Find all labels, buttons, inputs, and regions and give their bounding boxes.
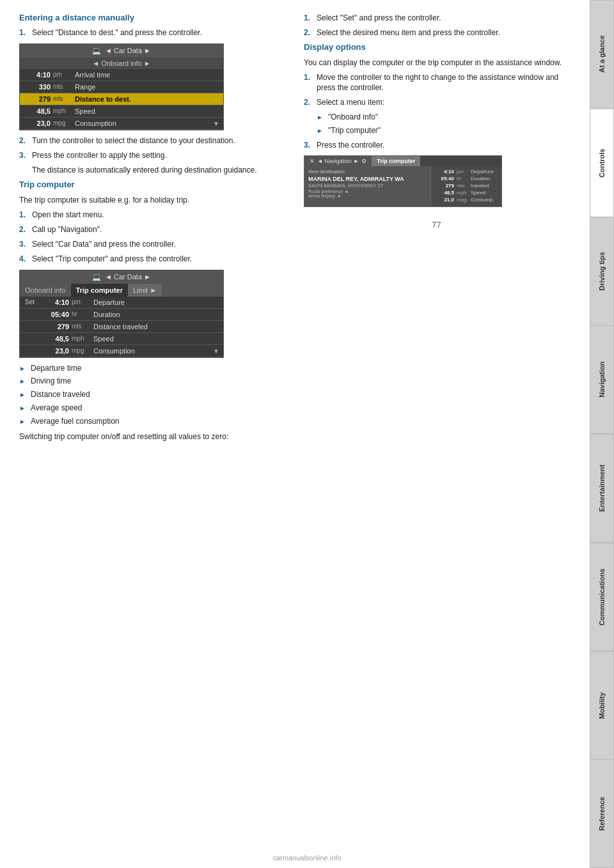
bullet-avg-speed: ► Average speed [19, 403, 285, 414]
nav-tab-navigation: ✕ ◄ Navigation ► ⚙ [304, 156, 372, 166]
display-intro: You can display the computer or the trip… [304, 57, 569, 68]
tab-limit[interactable]: Limit ► [128, 284, 162, 297]
trip-tabs: Onboard info Trip computer Limit ► [20, 284, 223, 297]
nav-data-traveled: 279 mls traveled [435, 183, 498, 189]
trip-step-text-2: Call up "Navigation". [32, 224, 102, 235]
trip-scroll-arrow-icon: ▼ [213, 348, 219, 355]
nav-route-pref: Route preference ◄ [308, 189, 427, 194]
display-step-num-3: 3. [304, 140, 313, 151]
submenu-onboard: ► "Onboard info" [317, 112, 569, 123]
bullet-departure: ► Departure time [19, 363, 285, 374]
car-data-header-1: 💻 ◄ Car Data ► [20, 44, 223, 58]
scroll-arrow-icon: ▼ [213, 120, 219, 127]
right-step-text-1: Select "Set" and press the controller. [317, 13, 441, 24]
trip-row-departure: Set 4:10 pm Departure [20, 297, 223, 309]
trip-row-consumption: 23,0 mpg Consumption ▼ [20, 345, 223, 357]
arrow-icon-5: ► [19, 417, 27, 426]
trip-computer-box: 💻 ◄ Car Data ► Onboard info Trip compute… [19, 270, 224, 358]
section-entering-distance: Entering a distance manually 1. Select "… [19, 13, 285, 176]
display-step-3: 3. Press the controller. [304, 140, 569, 151]
step-1: 1. Select "Distance to dest." and press … [19, 27, 285, 38]
steps-list-1: 1. Select "Distance to dest." and press … [19, 27, 285, 38]
sidebar-tab-driving-tips[interactable]: Driving tips [590, 217, 614, 326]
car-data-icon: 💻 [92, 47, 101, 55]
nav-data-speed: 48,5 mph Speed [435, 190, 498, 196]
trip-step-4: 4. Select "Trip computer" and press the … [19, 254, 285, 265]
car-data-row-arrival: 4:10 pm Arrival time [20, 69, 223, 81]
nav-x-icon: ✕ [310, 158, 315, 164]
step-num-1: 1. [19, 27, 28, 38]
bullet-driving: ► Driving time [19, 376, 285, 387]
tab-trip-computer[interactable]: Trip computer [71, 284, 128, 297]
step-text-3: Press the controller to apply the settin… [32, 150, 167, 161]
step-text-2: Turn the controller to select the distan… [32, 136, 235, 146]
tab-onboard-info[interactable]: Onboard info [20, 284, 71, 297]
nav-dest-name: MARINA DEL REY, ADMIRALTY WA [308, 176, 427, 182]
trip-step-num-1: 1. [19, 210, 28, 221]
trip-step-num-2: 2. [19, 224, 28, 235]
trip-steps-list: 1. Open the start menu. 2. Call up "Navi… [19, 210, 285, 264]
section-heading-trip: Trip computer [19, 180, 285, 189]
trip-step-1: 1. Open the start menu. [19, 210, 285, 221]
display-step-num-2: 2. [304, 97, 313, 108]
arrow-icon-2: ► [19, 377, 27, 386]
sidebar-tab-controls[interactable]: Controls [590, 109, 614, 217]
step-num-2: 2. [19, 136, 28, 146]
sidebar-tab-mobility[interactable]: Mobility [590, 651, 614, 760]
section-display-options: Display options You can display the comp… [304, 42, 569, 208]
nav-dest-title: New destination [308, 169, 427, 174]
nav-arrow-display: Arrow display ◄ [308, 194, 427, 198]
trip-row-duration: 05:40 hr Duration [20, 309, 223, 321]
step-2: 2. Turn the controller to select the dis… [19, 136, 285, 146]
nav-data-departure: 4:10 pm Departure [435, 169, 498, 174]
submenu-arrow-1: ► [317, 113, 324, 122]
right-step-num-2: 2. [304, 27, 313, 38]
sidebar-tab-entertainment[interactable]: Entertainment [590, 434, 614, 543]
sidebar-tab-communications[interactable]: Communications [590, 543, 614, 651]
step-text-1: Select "Distance to dest." and press the… [32, 27, 202, 38]
section-heading-distance: Entering a distance manually [19, 13, 285, 22]
trip-step-num-4: 4. [19, 254, 28, 265]
display-submenu-list: ► "Onboard info" ► "Trip computer" [317, 112, 569, 136]
nav-tab-trip: Trip computer [372, 156, 420, 166]
trip-step-num-3: 3. [19, 239, 28, 250]
trip-step-text-3: Select "Car Data" and press the controll… [32, 239, 176, 250]
distance-note: The distance is automatically entered du… [32, 164, 285, 176]
nav-data-consump: 21,0 mpg Consump. [435, 197, 498, 203]
sidebar-tab-navigation[interactable]: Navigation [590, 325, 614, 434]
trip-step-3: 3. Select "Car Data" and press the contr… [19, 239, 285, 250]
car-data-row-range: 330 mls Range [20, 81, 223, 93]
sidebar-tabs: At a glance Controls Driving tips Naviga… [590, 0, 614, 868]
arrow-icon-1: ► [19, 364, 27, 373]
page-number: 77 [304, 220, 569, 236]
trip-step-2: 2. Call up "Navigation". [19, 224, 285, 235]
right-step-num-1: 1. [304, 13, 313, 24]
nav-settings-icon: ⚙ [361, 158, 366, 164]
nav-data-duration: 05:40 hr Duration [435, 176, 498, 182]
car-data-subheader-1: ◄ Onboard info ► [20, 58, 223, 69]
sidebar-tab-at-glance[interactable]: At a glance [590, 0, 614, 109]
trip-row-speed: 48,5 mph Speed [20, 333, 223, 345]
nav-body: New destination MARINA DEL REY, ADMIRALT… [304, 166, 501, 206]
trip-intro: The trip computer is suitable e.g. for a… [19, 194, 285, 206]
display-step-1: 1. Move the controller to the right to c… [304, 72, 569, 94]
trip-step-text-4: Select "Trip computer" and press the con… [32, 254, 192, 265]
display-step-text-3: Press the controller. [317, 140, 384, 151]
sidebar-tab-reference[interactable]: Reference [590, 759, 614, 868]
submenu-trip: ► "Trip computer" [317, 125, 569, 136]
step-num-3: 3. [19, 150, 28, 161]
trip-footer-text: Switching trip computer on/off and reset… [19, 431, 285, 442]
display-step-num-1: 1. [304, 72, 313, 94]
bullet-distance: ► Distance traveled [19, 389, 285, 400]
right-step-1: 1. Select "Set" and press the controller… [304, 13, 569, 24]
nav-right-panel: 4:10 pm Departure 05:40 hr Duration [431, 166, 501, 206]
arrow-icon-3: ► [19, 391, 27, 399]
arrow-icon-4: ► [19, 404, 27, 413]
nav-dest-sub: SANTA BARBARA, MONTERREY ST [308, 183, 427, 188]
step-3: 3. Press the controller to apply the set… [19, 150, 285, 161]
display-step-2: 2. Select a menu item: [304, 97, 569, 108]
trip-bullet-list: ► Departure time ► Driving time ► Distan… [19, 363, 285, 427]
watermark: carmanualsonline.info [272, 854, 341, 862]
nav-screenshot: ✕ ◄ Navigation ► ⚙ Trip computer New des… [304, 155, 502, 207]
trip-row-dist-traveled: 279 mls Distance traveled [20, 321, 223, 333]
